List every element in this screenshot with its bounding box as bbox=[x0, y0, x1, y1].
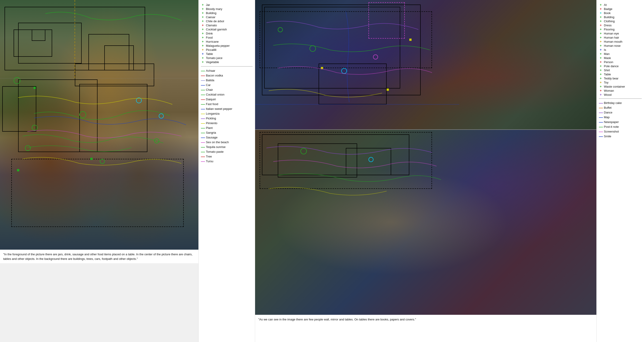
legend-label: Daiquiri bbox=[206, 98, 216, 101]
legend-label: Bloody mary bbox=[206, 7, 222, 11]
legend-item: + Cocktail garnish bbox=[201, 27, 252, 31]
right-legend-separator bbox=[599, 99, 642, 99]
legend-item: + Clothing bbox=[599, 19, 642, 23]
legend-icon: — bbox=[599, 101, 602, 105]
rt-square-1 bbox=[321, 67, 323, 69]
legend-label: Sausage bbox=[206, 136, 218, 139]
legend-item: + Badge bbox=[599, 7, 642, 11]
legend-item: — Longaniza bbox=[201, 111, 252, 116]
right-bottom-image bbox=[255, 130, 596, 315]
legend-icon: — bbox=[599, 125, 602, 129]
legend-label: Malagueta pepper bbox=[206, 44, 230, 48]
legend-label: Tursu bbox=[206, 160, 214, 163]
legend-label: Toy bbox=[604, 81, 608, 84]
legend-item: — Fast food bbox=[201, 102, 252, 106]
annotation-circle-8 bbox=[100, 159, 105, 164]
right-legend-items-section2: — Birthday cake — Buffet — Dance — Map —… bbox=[599, 101, 642, 139]
legend-icon: + bbox=[599, 52, 602, 55]
annotation-box-red-2 bbox=[32, 30, 45, 41]
legend-label: Italian sweet pepper bbox=[206, 107, 232, 111]
legend-icon: + bbox=[599, 44, 602, 47]
right-legend: + At + Badge + Book + Building + Clothin… bbox=[596, 0, 644, 342]
legend-icon: + bbox=[599, 93, 602, 96]
legend-label: Caesar bbox=[206, 16, 216, 19]
legend-label: Jar bbox=[206, 3, 210, 7]
legend-icon: + bbox=[599, 3, 602, 6]
legend-icon: + bbox=[599, 20, 602, 23]
legend-item: — Bacon vodka bbox=[201, 73, 252, 78]
legend-label: Cocktail garnish bbox=[206, 28, 227, 31]
legend-label: Pimiento bbox=[206, 121, 218, 125]
left-section: "In the foreground of the picture there … bbox=[0, 0, 255, 342]
legend-icon: + bbox=[599, 77, 602, 80]
legend-label: Woman bbox=[604, 89, 614, 92]
legend-icon: — bbox=[201, 116, 204, 121]
legend-icon: + bbox=[201, 16, 204, 19]
legend-icon: + bbox=[599, 28, 602, 31]
legend-icon: — bbox=[201, 155, 204, 159]
legend-icon: — bbox=[201, 112, 204, 116]
legend-item: + Human hair bbox=[599, 36, 642, 40]
legend-icon: + bbox=[599, 40, 602, 43]
legend-item: + Mask bbox=[599, 56, 642, 60]
legend-icon: + bbox=[201, 44, 204, 47]
legend-label: Mask bbox=[604, 56, 611, 60]
legend-icon: + bbox=[599, 73, 602, 76]
legend-item: + Food bbox=[201, 36, 252, 40]
legend-icon: — bbox=[201, 136, 204, 140]
legend-icon: + bbox=[599, 81, 602, 84]
legend-label: Person bbox=[604, 60, 613, 64]
legend-label: Newspaper bbox=[604, 120, 619, 124]
legend-item: + At bbox=[599, 3, 642, 7]
legend-icon: — bbox=[599, 130, 602, 134]
legend-separator bbox=[201, 66, 252, 67]
legend-icon: + bbox=[599, 65, 602, 68]
legend-label: Table bbox=[604, 73, 611, 76]
legend-icon: + bbox=[599, 24, 602, 27]
legend-icon: — bbox=[201, 140, 204, 144]
annotation-circle-7 bbox=[25, 145, 30, 151]
square-marker-2 bbox=[90, 158, 92, 160]
right-captions: "As we can see in the image there are fe… bbox=[255, 315, 596, 342]
legend-item: — Map bbox=[599, 115, 642, 120]
legend-item: + Vegetable bbox=[201, 60, 252, 64]
main-container: "In the foreground of the picture there … bbox=[0, 0, 644, 342]
legend-label: Human mouth bbox=[604, 40, 622, 43]
legend-icon: + bbox=[599, 11, 602, 15]
legend-icon: — bbox=[599, 120, 602, 124]
legend-label: Cocktail onion bbox=[206, 93, 224, 96]
legend-item: — Plant bbox=[201, 126, 252, 130]
right-caption-content: "As we can see in the image there are fe… bbox=[258, 318, 416, 321]
rt-square-3 bbox=[409, 39, 412, 41]
legend-item: — Newspaper bbox=[599, 120, 642, 124]
legend-icon: — bbox=[201, 107, 204, 111]
middle-legend: + Jar + Bloody mary + Building + Caesar … bbox=[198, 0, 255, 342]
legend-label: Pickling bbox=[206, 117, 216, 120]
annotation-box-blue-3 bbox=[2, 86, 36, 132]
legend-icon: + bbox=[201, 40, 204, 43]
annotation-circle-4 bbox=[136, 98, 142, 103]
legend-label: Clamato bbox=[206, 24, 217, 27]
legend-item: + Drink bbox=[201, 31, 252, 36]
legend-label: Screenshot bbox=[604, 130, 619, 133]
right-caption-top-text: "As we can see in the image there are fe… bbox=[255, 315, 596, 342]
legend-icon: + bbox=[599, 32, 602, 35]
legend-label: Birthday cake bbox=[604, 101, 622, 105]
legend-label: Map bbox=[604, 116, 610, 119]
legend-label: Waste container bbox=[604, 85, 625, 88]
legend-icon: + bbox=[599, 36, 602, 39]
legend-item: + Table bbox=[599, 72, 642, 76]
legend-label: Wood bbox=[604, 93, 612, 97]
rt-circle-4 bbox=[278, 27, 283, 32]
legend-label: Human eye bbox=[604, 32, 619, 35]
legend-label: Longaniza bbox=[206, 112, 220, 115]
legend-icon: — bbox=[201, 150, 204, 154]
legend-label: Dance bbox=[604, 111, 612, 114]
legend-icon: — bbox=[201, 121, 204, 125]
legend-item: — Pimiento bbox=[201, 121, 252, 126]
legend-section-2: — Achaar — Bacon vodka — Batida — Car — … bbox=[201, 68, 252, 164]
left-legend-items-section2: — Achaar — Bacon vodka — Batida — Car — … bbox=[201, 68, 252, 164]
legend-item: + Building bbox=[201, 11, 252, 15]
legend-item: — Tomato paste bbox=[201, 149, 252, 154]
legend-label: Achaar bbox=[206, 69, 215, 72]
